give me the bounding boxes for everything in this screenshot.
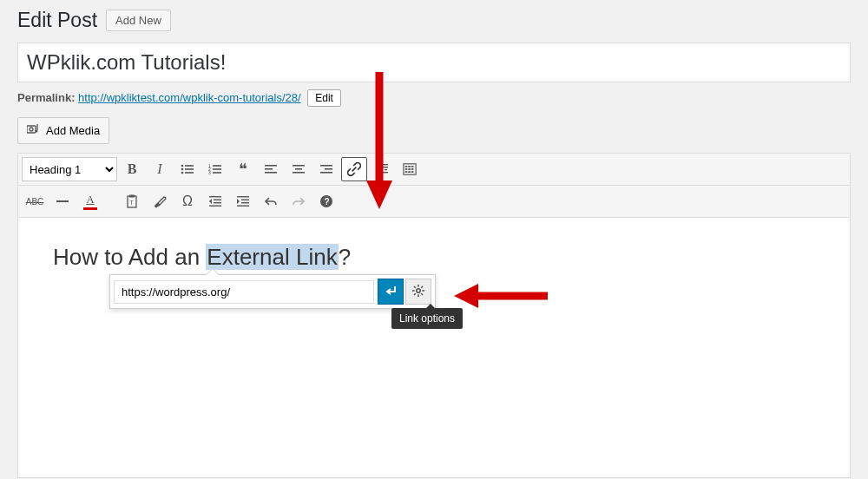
strikethrough-button[interactable]: ABC [22, 189, 48, 213]
paste-text-button[interactable]: T [119, 189, 145, 213]
blockquote-button[interactable]: ❝ [230, 157, 256, 181]
svg-rect-34 [405, 168, 408, 170]
bullet-list-button[interactable] [174, 157, 201, 181]
svg-rect-47 [214, 202, 221, 203]
help-button[interactable]: ? [313, 189, 339, 213]
permalink-edit-button[interactable]: Edit [307, 89, 341, 107]
svg-rect-48 [209, 206, 221, 207]
svg-rect-33 [411, 166, 414, 167]
page-title: Edit Post [17, 9, 97, 32]
svg-rect-25 [376, 167, 388, 167]
svg-rect-42 [129, 195, 135, 198]
svg-rect-19 [295, 168, 302, 170]
svg-rect-28 [385, 169, 387, 170]
align-right-button[interactable] [313, 157, 339, 181]
text-color-dropdown[interactable] [105, 189, 117, 213]
editor-content[interactable]: How to Add an External Link? Link option… [17, 218, 851, 478]
svg-rect-45 [209, 196, 221, 197]
svg-rect-46 [214, 200, 221, 200]
add-media-label: Add Media [46, 124, 100, 137]
svg-rect-0 [27, 126, 36, 133]
undo-button[interactable] [258, 189, 284, 213]
svg-rect-21 [320, 165, 332, 167]
italic-button[interactable]: I [147, 157, 173, 181]
svg-point-5 [181, 168, 184, 171]
format-select[interactable]: Heading 1 [22, 157, 117, 181]
svg-rect-24 [376, 164, 388, 165]
toolbar-row-2: ABC A T Ω [17, 186, 851, 218]
svg-rect-26 [376, 169, 378, 170]
svg-rect-4 [185, 165, 194, 167]
numbered-list-button[interactable]: 123 [202, 157, 228, 181]
svg-rect-18 [293, 165, 305, 167]
horizontal-rule-button[interactable] [49, 189, 76, 213]
align-center-button[interactable] [286, 157, 312, 181]
svg-rect-31 [405, 166, 408, 167]
link-apply-button[interactable] [378, 279, 404, 305]
selected-text: External Link [206, 244, 338, 270]
camera-music-icon [27, 123, 41, 138]
svg-rect-8 [185, 172, 194, 174]
svg-rect-12 [213, 168, 221, 170]
post-title-input[interactable] [17, 43, 851, 82]
gear-icon [411, 284, 425, 300]
svg-text:?: ? [325, 197, 330, 207]
indent-button[interactable] [230, 189, 256, 213]
svg-line-63 [421, 286, 423, 288]
svg-line-61 [421, 293, 423, 295]
svg-rect-50 [241, 200, 249, 200]
outdent-button[interactable] [202, 189, 228, 213]
link-url-input[interactable] [114, 280, 374, 304]
svg-rect-29 [376, 172, 388, 173]
clear-formatting-button[interactable] [147, 189, 173, 213]
link-options-button[interactable] [405, 279, 431, 305]
read-more-button[interactable] [369, 157, 395, 181]
svg-rect-17 [265, 172, 277, 174]
svg-rect-39 [411, 171, 414, 173]
special-character-button[interactable]: Ω [174, 189, 201, 213]
svg-line-62 [414, 293, 416, 295]
link-options-tooltip: Link options [391, 308, 463, 329]
svg-rect-32 [408, 166, 411, 167]
toolbar-row-1: Heading 1 B I 123 ❝ [17, 153, 851, 186]
redo-button[interactable] [286, 189, 312, 213]
annotation-arrow-horizontal [452, 279, 556, 313]
svg-rect-16 [265, 168, 273, 170]
add-new-button[interactable]: Add New [106, 10, 171, 31]
permalink-label: Permalink: [17, 91, 75, 104]
svg-point-3 [181, 165, 184, 167]
permalink-link[interactable]: http://wpkliktest.com/wpklik-com-tutoria… [78, 91, 300, 104]
svg-rect-38 [408, 171, 411, 173]
svg-rect-22 [325, 168, 332, 170]
svg-rect-51 [241, 202, 249, 203]
svg-rect-52 [237, 206, 249, 207]
add-media-button[interactable]: Add Media [17, 117, 109, 144]
link-inline-popup [109, 274, 436, 309]
svg-rect-27 [380, 169, 383, 170]
svg-point-7 [181, 172, 184, 174]
svg-point-1 [30, 128, 33, 131]
text-color-button[interactable]: A [77, 189, 103, 213]
svg-rect-10 [213, 165, 221, 167]
svg-text:3: 3 [208, 170, 211, 175]
bold-button[interactable]: B [119, 157, 145, 181]
insert-link-button[interactable] [341, 157, 367, 181]
svg-rect-20 [293, 172, 305, 174]
svg-rect-49 [237, 196, 249, 197]
svg-rect-35 [408, 168, 411, 170]
svg-rect-15 [265, 165, 277, 167]
svg-rect-37 [405, 171, 408, 173]
svg-point-2 [36, 130, 38, 133]
permalink-row: Permalink: http://wpkliktest.com/wpklik-… [17, 89, 851, 107]
align-left-button[interactable] [258, 157, 284, 181]
toolbar-toggle-button[interactable] [397, 157, 423, 181]
svg-line-60 [414, 286, 416, 288]
svg-rect-40 [56, 200, 69, 202]
content-heading: How to Add an External Link? [53, 244, 815, 271]
svg-rect-6 [185, 168, 194, 170]
svg-rect-23 [320, 172, 332, 174]
svg-point-55 [417, 288, 420, 292]
enter-icon [384, 284, 398, 300]
svg-rect-36 [411, 168, 414, 170]
svg-rect-14 [213, 172, 221, 174]
